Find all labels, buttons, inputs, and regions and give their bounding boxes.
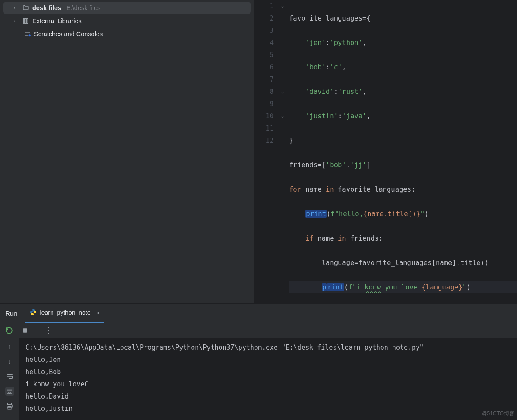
folder-icon	[22, 4, 30, 11]
svg-rect-10	[23, 328, 27, 332]
run-output-area: ↑ ↓ C:\Users\86136\AppData\Local\Program…	[0, 338, 517, 420]
code-text[interactable]: favorite_languages={ 'jen':'python', 'bo…	[289, 0, 517, 318]
code-area[interactable]: 12 34 56 78 910 1112 ⌄ ⌄⌄ favorite_langu…	[255, 0, 517, 318]
tree-item-external-libraries[interactable]: › External Libraries	[3, 15, 251, 27]
svg-rect-0	[24, 19, 25, 24]
line-gutter: 12 34 56 78 910 1112	[255, 0, 278, 318]
tree-item-path: E:\desk files	[66, 4, 100, 11]
tree-item-scratches[interactable]: Scratches and Consoles	[3, 28, 251, 40]
run-tab-label: learn_python_note	[40, 309, 91, 316]
rerun-icon[interactable]	[5, 327, 13, 334]
stop-icon[interactable]	[21, 327, 29, 334]
tree-item-label: Scratches and Consoles	[34, 31, 103, 38]
run-panel-label[interactable]: Run	[5, 310, 17, 317]
main-split: › desk files E:\desk files › External Li…	[0, 0, 517, 303]
scroll-to-end-icon[interactable]	[5, 387, 14, 396]
fold-gutter[interactable]: ⌄ ⌄⌄	[278, 0, 287, 318]
chevron-right-icon[interactable]: ›	[14, 18, 19, 24]
soft-wrap-icon[interactable]	[5, 372, 14, 381]
run-toolbar: ⋮	[0, 323, 517, 338]
close-icon[interactable]: ×	[96, 309, 100, 317]
svg-point-8	[34, 314, 34, 314]
project-tree: › desk files E:\desk files › External Li…	[0, 0, 255, 303]
library-icon	[22, 17, 30, 24]
gutter-divider	[287, 0, 287, 318]
run-side-toolbar: ↑ ↓	[0, 338, 19, 420]
scratches-icon	[24, 31, 31, 38]
arrow-down-icon[interactable]: ↓	[5, 357, 14, 366]
svg-point-7	[32, 310, 32, 310]
print-icon[interactable]	[5, 402, 14, 410]
run-tab[interactable]: learn_python_note ×	[25, 304, 104, 323]
code-editor: 12 34 56 78 910 1112 ⌄ ⌄⌄ favorite_langu…	[255, 0, 517, 303]
watermark: @51CTO博客	[482, 410, 514, 417]
console-output[interactable]: C:\Users\86136\AppData\Local\Programs\Py…	[19, 338, 517, 420]
toolbar-separator	[37, 326, 37, 335]
tree-item-label: External Libraries	[32, 17, 82, 24]
more-icon[interactable]: ⋮	[45, 327, 53, 334]
svg-rect-1	[25, 19, 27, 24]
python-icon	[30, 309, 37, 317]
tree-item-desk-files[interactable]: › desk files E:\desk files	[3, 2, 251, 14]
tree-item-label: desk files	[32, 4, 61, 11]
svg-rect-2	[27, 19, 28, 24]
arrow-up-icon[interactable]: ↑	[5, 342, 14, 351]
svg-point-6	[29, 34, 31, 36]
chevron-right-icon[interactable]: ›	[14, 5, 19, 10]
